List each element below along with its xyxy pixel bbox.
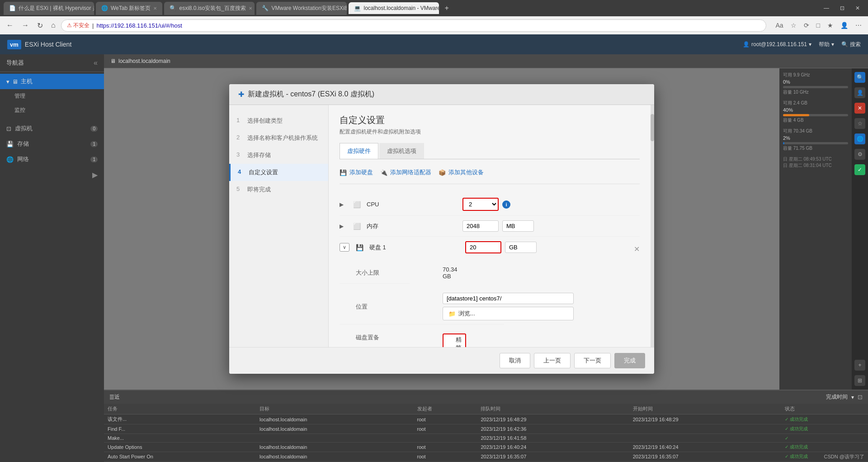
right-icon-settings[interactable]: ⚙ (854, 149, 865, 160)
sidebar-item-vm[interactable]: ⊡ 虚拟机 0 (0, 121, 104, 136)
right-icon-person[interactable]: 👤 (854, 87, 865, 98)
insecure-label: ⚠ 不安全 (67, 22, 90, 29)
col-target: 目标 (256, 404, 413, 414)
disk-location-input[interactable] (443, 293, 574, 304)
sidebar-item-manage[interactable]: 管理 (0, 89, 104, 103)
task-target: localhost.localdomain (256, 443, 413, 452)
tab-3[interactable]: 🔍 esxi8.0.iso安装包_百度搜索 ✕ (164, 2, 255, 15)
help-button[interactable]: 帮助 ▾ (819, 41, 834, 48)
provisioning-thin[interactable]: 精简置备 (443, 333, 466, 347)
right-icon-globe[interactable]: 🌐 (854, 133, 865, 144)
esxi-topbar-right: 👤 root@192.168.116.151 ▾ 帮助 ▾ 🔍 搜索 (743, 41, 861, 48)
add-network-button[interactable]: 🔌 添加网络适配器 (380, 168, 431, 176)
tab-1[interactable]: 📄 什么是 ESXi | 裸机 Hypervisor 是... ✕ (4, 2, 94, 15)
step-5[interactable]: 5 即将完成 (229, 181, 328, 198)
back-button[interactable]: ← (4, 20, 16, 30)
next-button[interactable]: 下一页 (574, 353, 611, 368)
step-4[interactable]: 4 自定义设置 (229, 164, 328, 181)
user-menu-button[interactable]: 👤 root@192.168.116.151 ▾ (743, 41, 811, 48)
bottom-panel-expand-button[interactable]: ⊡ (858, 394, 863, 400)
task-started (629, 424, 781, 434)
sidebar-item-host[interactable]: ▾ 🖥 主机 (0, 74, 104, 89)
modal-scrollbar[interactable] (651, 105, 654, 347)
favorites-icon[interactable]: ★ (825, 20, 836, 31)
more-icon[interactable]: ⋯ (853, 20, 864, 31)
scroll-thumb[interactable] (651, 114, 654, 141)
disk-unit-select[interactable]: GB TB (505, 242, 537, 253)
step-1[interactable]: 1 选择创建类型 (229, 112, 328, 129)
forward-button[interactable]: → (19, 20, 32, 30)
restore-button[interactable]: ⊡ (835, 3, 849, 13)
vm-icon: ⊡ (6, 125, 11, 132)
disk-size-input[interactable] (465, 241, 501, 253)
add-network-icon: 🔌 (380, 169, 387, 176)
right-icon-close[interactable]: ✕ (854, 103, 865, 114)
watermark: CSDN @该学习了 (824, 453, 864, 460)
tab-3-close[interactable]: ✕ (249, 6, 252, 11)
browse-label: 浏览... (458, 310, 475, 318)
right-icon-bookmark[interactable]: ☆ (854, 118, 865, 129)
sync-icon[interactable]: ⟳ (801, 20, 812, 31)
bottom-panel-icon: ☰ (109, 394, 114, 400)
storage-cap-label: 容量 71.75 GB (783, 145, 848, 152)
step-2[interactable]: 2 选择名称和客户机操作系统 (229, 129, 328, 147)
new-tab-button[interactable]: + (441, 2, 452, 14)
sidebar-item-storage[interactable]: 💾 存储 1 (0, 136, 104, 152)
cpu-info-icon[interactable]: i (502, 200, 510, 209)
cancel-button[interactable]: 取消 (500, 353, 530, 368)
right-icon-plus[interactable]: + (854, 360, 865, 371)
home-button[interactable]: ⌂ (48, 20, 58, 30)
bookmark-icon[interactable]: ☆ (788, 20, 799, 31)
esxi-logo: vm ESXi Host Client (7, 40, 71, 49)
right-icon-check[interactable]: ✓ (854, 164, 865, 175)
disk-location-row: 位置 📁 浏览... (340, 289, 504, 324)
nav-collapse-button[interactable]: « (94, 59, 98, 67)
right-icon-search[interactable]: 🔍 (854, 72, 865, 83)
browse-button[interactable]: 📁 浏览... (443, 307, 574, 320)
minimize-button[interactable]: — (819, 3, 834, 13)
sidebar-item-network[interactable]: 🌐 网络 1 (0, 152, 104, 167)
main-layout: 导航器 « ▾ 🖥 主机 管理 监控 (0, 54, 868, 462)
add-disk-button[interactable]: 💾 添加硬盘 (340, 168, 373, 176)
cpu-count-select[interactable]: 2 1 4 8 (462, 198, 499, 211)
disk-provisioning-label: 磁盘置备 (356, 333, 437, 342)
storage-resource-bar (783, 142, 848, 144)
reload-button[interactable]: ↻ (34, 20, 46, 31)
memory-expand-icon[interactable]: ▶ (340, 223, 347, 229)
tab-2-close[interactable]: ✕ (153, 6, 157, 11)
esxi-logo-text: ESXi Host Client (25, 41, 71, 48)
add-device-button[interactable]: 📦 添加其他设备 (439, 168, 484, 176)
task-target (256, 434, 413, 443)
profile-icon[interactable]: 👤 (838, 20, 851, 31)
search-button[interactable]: 🔍 搜索 (841, 41, 861, 48)
address-bar[interactable]: ⚠ 不安全 | https://192.168.116.151/ui/#/hos… (61, 19, 767, 32)
extensions-icon[interactable]: □ (814, 20, 823, 31)
network-label: 网络 (17, 155, 29, 163)
browse-folder-icon: 📁 (448, 310, 456, 317)
sidebar-item-monitor[interactable]: 监控 (0, 103, 104, 117)
table-row: Auto Start Power On localhost.localdomai… (104, 452, 868, 462)
disk-label: 硬盘 1 (369, 243, 460, 252)
tab-vm-options[interactable]: 虚拟机选项 (379, 143, 424, 159)
finish-button[interactable]: 完成 (614, 353, 645, 368)
vm-logo: vm (7, 40, 21, 49)
disk-expand-button[interactable]: ∨ (340, 243, 349, 252)
tab-virtual-hardware[interactable]: 虚拟硬件 (340, 143, 378, 159)
disk-remove-button[interactable]: ✕ (634, 245, 640, 253)
tab-5[interactable]: 💻 localhost.localdomain - VMware... ✕ (349, 2, 439, 14)
right-icon-resize[interactable]: ⊞ (854, 375, 865, 386)
storage-badge: 1 (90, 141, 98, 147)
tab-2[interactable]: 🌐 WeTab 新标签页 ✕ (96, 2, 162, 15)
close-window-button[interactable]: ✕ (851, 3, 864, 13)
cpu-expand-icon[interactable]: ▶ (340, 201, 347, 208)
step-3[interactable]: 3 选择存储 (229, 147, 328, 164)
memory-value-input[interactable] (462, 220, 499, 232)
step-1-num: 1 (236, 117, 244, 125)
memory-row: ▶ ⬜ 内存 MB GB (340, 216, 640, 237)
breadcrumb-text: localhost.localdomain (118, 58, 170, 64)
sidebar-right-expand-icon[interactable]: ▶ (92, 171, 98, 179)
prev-button[interactable]: 上一页 (534, 353, 571, 368)
translate-icon[interactable]: Aa (773, 20, 786, 31)
tab-4[interactable]: 🔧 VMware Workstation安装ESXi8... ✕ (256, 2, 347, 15)
memory-unit-select[interactable]: MB GB (502, 220, 534, 232)
